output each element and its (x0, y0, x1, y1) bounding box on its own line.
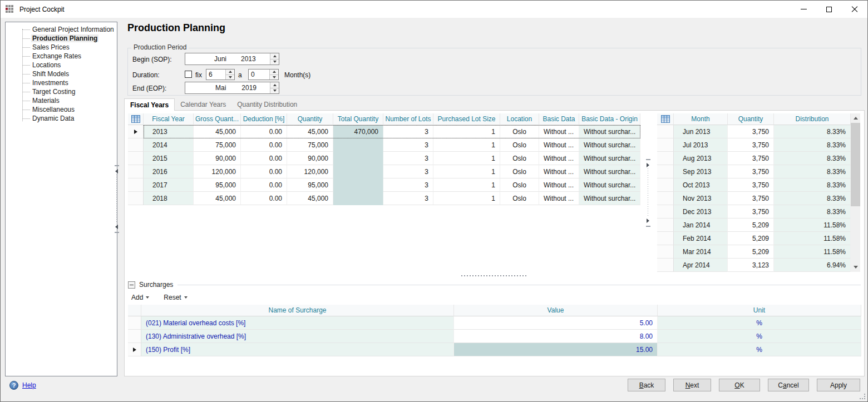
month-table-scrollbar[interactable] (851, 113, 860, 272)
scroll-up-button[interactable] (851, 113, 860, 123)
cell-basic-data[interactable]: Without ... (539, 178, 579, 192)
cell-fiscal-year[interactable]: 2018 (144, 192, 194, 205)
sidebar-item-target-costing[interactable]: Target Costing (6, 87, 117, 96)
column-header[interactable]: Value (454, 305, 658, 316)
scroll-down-button[interactable] (851, 262, 860, 272)
cell-basic-data-origin[interactable]: Without surchar... (579, 152, 640, 165)
cell-surcharge-name[interactable]: (021) Material overhead costs [%] (141, 316, 454, 330)
cell-quantity[interactable]: 5,209 (728, 232, 774, 245)
cell-basic-data-origin[interactable]: Without surchar... (579, 138, 640, 152)
collapse-section-button[interactable] (128, 281, 135, 289)
cell-purchased-lot-size[interactable]: 1 (433, 192, 500, 205)
end-eop-field[interactable]: Mai 2019 (185, 82, 279, 94)
cell-quantity[interactable]: 5,209 (728, 245, 774, 259)
cell-month[interactable]: Feb 2014 (674, 232, 728, 245)
cell-basic-data-origin[interactable]: Without surchar... (579, 178, 640, 192)
maximize-button[interactable] (816, 1, 842, 18)
row-selector[interactable] (128, 138, 144, 152)
duration-months-stepper[interactable]: 0 (248, 69, 279, 80)
table-icon-cell[interactable] (128, 113, 144, 125)
row-selector[interactable] (657, 232, 674, 245)
cell-month[interactable]: Jan 2014 (674, 219, 728, 232)
cell-purchased-lot-size[interactable]: 1 (433, 125, 500, 138)
row-selector[interactable] (657, 138, 674, 152)
cell-purchased-lot-size[interactable]: 1 (433, 152, 500, 165)
cell-location[interactable]: Oslo (500, 152, 539, 165)
cell-distribution[interactable]: 11.58% (774, 232, 851, 245)
cell-fiscal-year[interactable]: 2016 (144, 165, 194, 178)
cell-distribution[interactable]: 11.58% (774, 219, 851, 232)
cell-distribution[interactable]: 8.33% (774, 138, 851, 152)
cell-number-of-lots[interactable]: 3 (383, 152, 433, 165)
column-header[interactable]: Quantity (287, 113, 333, 125)
column-header[interactable]: Month (674, 113, 728, 125)
cell-month[interactable]: Aug 2013 (674, 152, 728, 165)
fix-checkbox[interactable] (185, 71, 192, 78)
row-selector[interactable] (128, 152, 144, 165)
tab-calendar-years[interactable]: Calendar Years (175, 98, 231, 111)
cell-gross-quantity[interactable]: 90,000 (194, 152, 241, 165)
cell-basic-data-origin[interactable]: Without surchar... (579, 125, 640, 138)
cell-quantity[interactable]: 3,750 (728, 125, 774, 138)
cell-surcharge-value[interactable]: 5.00 (454, 316, 658, 330)
cell-location[interactable]: Oslo (500, 178, 539, 192)
cell-fiscal-year[interactable]: 2014 (144, 138, 194, 152)
cell-number-of-lots[interactable]: 3 (383, 138, 433, 152)
cell-quantity[interactable]: 45,000 (287, 125, 333, 138)
cell-total-quantity[interactable] (333, 165, 383, 178)
cell-total-quantity[interactable] (333, 152, 383, 165)
column-header[interactable]: Fiscal Year (144, 113, 194, 125)
row-selector[interactable] (128, 125, 144, 138)
cell-surcharge-unit[interactable]: % (658, 343, 861, 356)
cell-purchased-lot-size[interactable]: 1 (433, 138, 500, 152)
sidebar-item-investments[interactable]: Investments (6, 78, 117, 87)
row-selector[interactable] (657, 165, 674, 178)
cell-total-quantity[interactable] (333, 192, 383, 205)
cell-month[interactable]: Oct 2013 (674, 178, 728, 192)
cell-location[interactable]: Oslo (500, 125, 539, 138)
tab-quantity-distribution[interactable]: Quantity Distribution (231, 98, 303, 111)
row-selector[interactable] (128, 330, 141, 343)
cell-surcharge-name[interactable]: (150) Profit [%] (141, 343, 454, 356)
sidebar-item-exchange-rates[interactable]: Exchange Rates (6, 52, 117, 61)
apply-button[interactable]: Apply (817, 379, 860, 391)
horizontal-splitter[interactable] (125, 274, 864, 278)
row-selector[interactable] (657, 245, 674, 259)
spinner-buttons[interactable] (269, 70, 278, 80)
cell-distribution[interactable]: 11.58% (774, 245, 851, 259)
cell-quantity[interactable]: 95,000 (287, 178, 333, 192)
cell-month[interactable]: Mar 2014 (674, 245, 728, 259)
cell-gross-quantity[interactable]: 75,000 (194, 138, 241, 152)
cell-quantity[interactable]: 3,750 (728, 152, 774, 165)
sidebar-item-general-project-information[interactable]: General Project Information (6, 25, 117, 34)
cell-distribution[interactable]: 8.33% (774, 205, 851, 219)
cell-deduction[interactable]: 0.00 (241, 125, 287, 138)
cell-deduction[interactable]: 0.00 (241, 192, 287, 205)
row-selector[interactable] (657, 219, 674, 232)
column-header[interactable]: Number of Lots (383, 113, 433, 125)
sidebar-item-sales-prices[interactable]: Sales Prices (6, 43, 117, 52)
row-selector[interactable] (128, 178, 144, 192)
cell-quantity[interactable]: 5,209 (728, 219, 774, 232)
begin-sop-field[interactable]: Juni 2013 (185, 53, 279, 65)
reset-button[interactable]: Reset (161, 292, 189, 302)
cell-quantity[interactable]: 3,123 (728, 259, 774, 272)
back-button[interactable]: Back (628, 379, 665, 391)
cell-surcharge-unit[interactable]: % (658, 330, 861, 343)
cell-quantity[interactable]: 3,750 (728, 178, 774, 192)
cell-month[interactable]: Sep 2013 (674, 165, 728, 178)
ok-button[interactable]: OK (719, 379, 760, 391)
column-header[interactable]: Deduction [%] (241, 113, 287, 125)
spinner-buttons[interactable] (225, 70, 234, 80)
cell-deduction[interactable]: 0.00 (241, 178, 287, 192)
cell-basic-data[interactable]: Without ... (539, 125, 579, 138)
row-selector[interactable] (128, 316, 141, 330)
cell-basic-data[interactable]: Without ... (539, 165, 579, 178)
cell-month[interactable]: Jul 2013 (674, 138, 728, 152)
minimize-button[interactable] (791, 1, 816, 18)
scrollbar-thumb[interactable] (851, 123, 860, 206)
cell-surcharge-value-selected[interactable]: 15.00 (454, 343, 658, 356)
cell-basic-data[interactable]: Without ... (539, 152, 579, 165)
duration-years-stepper[interactable]: 6 (206, 69, 235, 80)
row-selector[interactable] (657, 125, 674, 138)
